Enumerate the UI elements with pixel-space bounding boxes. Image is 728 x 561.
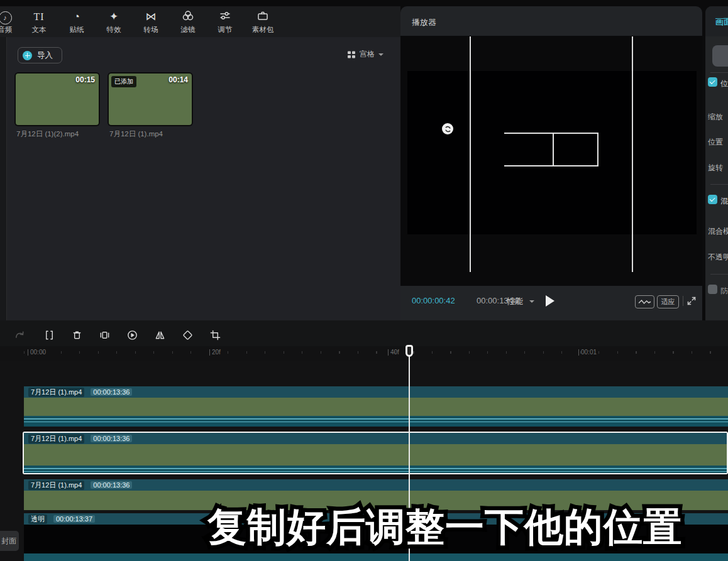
clip-filename: 7月12日 (1).mp4 [109, 129, 163, 139]
toolbar-label-sticker: 贴纸 [62, 25, 92, 35]
added-badge: 已添加 [111, 76, 136, 87]
delete-icon[interactable] [71, 329, 83, 341]
playhead-head[interactable] [405, 345, 413, 357]
play-button[interactable] [546, 295, 554, 307]
toolbar-label-audio: 音频 [0, 25, 20, 35]
subtitle-fill: 复制好后调整一下他的位置 [207, 504, 683, 550]
toolbar-item-effects[interactable]: ✦ 特效 [99, 9, 129, 35]
clip-name: 透明 [28, 515, 47, 524]
clip-filmstrip [24, 444, 727, 466]
opacity-row-label: 不透明度 [708, 252, 728, 263]
audio-icon: ♪ [0, 11, 12, 25]
bottom-track-strip[interactable] [24, 553, 728, 561]
controls-separator [683, 296, 683, 306]
import-button[interactable]: 导入 [18, 47, 62, 63]
overlay-line-top [504, 133, 598, 134]
divider [710, 72, 728, 73]
fit-button[interactable]: 适应 [657, 295, 679, 308]
clip-duration: 00:15 [75, 75, 95, 84]
guide-line-right [632, 36, 633, 272]
position-row-label: 位置 [708, 137, 723, 148]
position-size-checkbox[interactable] [708, 77, 717, 87]
quality-label: 性能 [507, 297, 523, 306]
inspector-preset-button[interactable] [712, 45, 728, 67]
clip-filmstrip [24, 398, 728, 416]
adjust-icon [210, 9, 240, 25]
subtitle-text: 复制好后调整一下他的位置 复制好后调整一下他的位置 [207, 501, 683, 553]
media-clip-thumbnail[interactable]: 00:15 [16, 74, 99, 125]
clip-header: 7月12日 (1).mp4 00:00:13:36 [24, 433, 727, 444]
cover-button[interactable]: 封面 [0, 531, 19, 551]
view-mode-label: 宫格 [360, 49, 375, 60]
ruler-label: 00:01 [578, 349, 597, 356]
chevron-down-icon [529, 300, 534, 303]
toolbar-item-audio[interactable]: ♪ 音频 [0, 9, 20, 35]
clip-duration: 00:00:13:37 [53, 515, 95, 523]
rotate-handle-icon[interactable] [442, 123, 453, 134]
clip-duration: 00:14 [168, 75, 188, 84]
blend-toggle-label: 混合 [720, 196, 728, 207]
rotate-icon[interactable] [182, 329, 194, 341]
plus-icon [23, 51, 32, 60]
ruler-label: 20f [209, 349, 221, 356]
toolbar-item-filter[interactable]: 滤镜 [173, 9, 203, 35]
cover-label: 封面 [1, 536, 16, 547]
toolbar-label-effects: 特效 [99, 25, 129, 35]
grid-icon [347, 50, 356, 59]
blend-checkbox[interactable] [708, 195, 717, 204]
ruler-label: 00:00 [28, 349, 46, 356]
freeze-frame-icon[interactable] [99, 329, 111, 341]
rotation-row-label: 旋转 [708, 163, 723, 173]
scale-row-label: 缩放 [708, 112, 723, 123]
fit-label: 适应 [661, 297, 675, 307]
toolbar-item-material-pack[interactable]: 素材包 [248, 9, 278, 35]
clip-audio-waveform [24, 416, 728, 427]
ruler-ticks [24, 351, 728, 354]
divider [710, 184, 728, 185]
player-title: 播放器 [412, 17, 436, 28]
tab-picture-label: 画面 [715, 17, 728, 26]
crop-icon[interactable] [209, 329, 221, 341]
overlay-line-bottom [504, 165, 598, 166]
video-track-clip[interactable]: 7月12日 (1).mp4 00:00:13:36 [24, 386, 728, 427]
media-clip-thumbnail[interactable]: 已添加 00:14 [109, 74, 192, 125]
fullscreen-icon[interactable] [687, 296, 697, 306]
toolbar-item-text[interactable]: TI 文本 [24, 9, 54, 35]
overlay-line-right [597, 133, 598, 166]
clip-name: 7月12日 (1).mp4 [28, 388, 84, 397]
sticker-icon: ◔ [62, 9, 92, 25]
toolbar-item-adjust[interactable]: 调节 [210, 9, 240, 35]
transition-icon: ⋈ [136, 9, 166, 25]
clip-filename: 7月12日 (1)(2).mp4 [16, 129, 79, 139]
toolbar-label-material-pack: 素材包 [248, 25, 278, 35]
clip-header: 7月12日 (1).mp4 00:00:13:36 [24, 386, 728, 398]
media-left-strip [0, 37, 7, 320]
position-size-toggle-label: 位置大小 [720, 79, 728, 89]
quality-selector[interactable]: 性能 [507, 296, 523, 307]
video-track-clip-selected[interactable]: 7月12日 (1).mp4 00:00:13:36 [23, 432, 728, 474]
clip-header: 7月12日 (1).mp4 00:00:13:36 [24, 479, 728, 491]
import-label: 导入 [37, 50, 53, 61]
redo-icon[interactable] [14, 329, 26, 341]
split-icon[interactable] [43, 329, 55, 341]
tab-picture[interactable]: 画面 [715, 16, 728, 28]
ruler-label: 40f [388, 349, 399, 356]
reverse-icon[interactable] [126, 329, 138, 341]
view-mode-selector[interactable]: 宫格 [347, 49, 383, 60]
clip-duration: 00:00:13:36 [91, 481, 132, 489]
preview-quality-button[interactable] [635, 295, 654, 308]
toolbar-item-sticker[interactable]: ◔ 贴纸 [62, 9, 92, 35]
stabilize-checkbox[interactable] [708, 285, 717, 294]
toolbar-item-transition[interactable]: ⋈ 转场 [136, 9, 166, 35]
effects-icon: ✦ [99, 9, 129, 25]
overlay-line-mid [553, 133, 554, 166]
toolbar-label-adjust: 调节 [210, 25, 240, 35]
toolbar-label-text: 文本 [24, 25, 54, 35]
mirror-icon[interactable] [154, 329, 166, 341]
waveform-icon [638, 298, 651, 305]
guide-line-left [470, 36, 471, 272]
timeline-ruler[interactable]: 00:00 20f 40f 00:01 [0, 346, 728, 361]
material-pack-icon [248, 9, 278, 25]
filter-icon [173, 9, 203, 25]
text-icon: TI [24, 9, 54, 25]
